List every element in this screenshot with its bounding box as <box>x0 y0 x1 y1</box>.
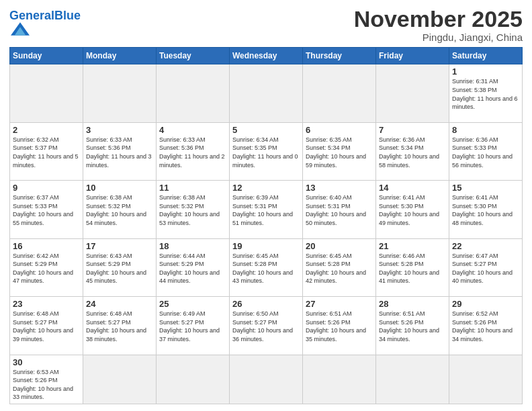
day-number: 7 <box>379 125 446 135</box>
day-info: Sunrise: 6:41 AMSunset: 5:30 PMDaylight:… <box>452 193 519 227</box>
calendar-row: 1Sunrise: 6:31 AMSunset: 5:38 PMDaylight… <box>10 64 523 122</box>
day-number: 21 <box>379 241 446 251</box>
day-info: Sunrise: 6:40 AMSunset: 5:31 PMDaylight:… <box>306 193 373 227</box>
page: GeneralBlue November 2025 Pingdu, Jiangx… <box>0 0 532 411</box>
calendar-cell: 23Sunrise: 6:48 AMSunset: 5:27 PMDayligh… <box>10 297 83 355</box>
calendar-cell: 12Sunrise: 6:39 AMSunset: 5:31 PMDayligh… <box>230 181 303 238</box>
day-info: Sunrise: 6:50 AMSunset: 5:27 PMDaylight:… <box>232 310 300 343</box>
weekday-saturday: Saturday <box>449 48 523 64</box>
calendar-cell: 11Sunrise: 6:38 AMSunset: 5:32 PMDayligh… <box>157 181 230 238</box>
calendar-cell: 21Sunrise: 6:46 AMSunset: 5:28 PMDayligh… <box>376 238 449 296</box>
day-number: 18 <box>159 241 226 251</box>
calendar-cell: 5Sunrise: 6:34 AMSunset: 5:35 PMDaylight… <box>230 122 303 180</box>
day-number: 13 <box>306 183 373 193</box>
day-info: Sunrise: 6:38 AMSunset: 5:32 PMDaylight:… <box>159 193 226 227</box>
calendar-row: 2Sunrise: 6:32 AMSunset: 5:37 PMDaylight… <box>10 122 523 180</box>
calendar-cell <box>83 64 157 122</box>
calendar-cell: 18Sunrise: 6:44 AMSunset: 5:29 PMDayligh… <box>157 238 230 296</box>
day-info: Sunrise: 6:48 AMSunset: 5:27 PMDaylight:… <box>13 310 80 343</box>
day-info: Sunrise: 6:33 AMSunset: 5:36 PMDaylight:… <box>86 136 153 169</box>
day-info: Sunrise: 6:52 AMSunset: 5:26 PMDaylight:… <box>452 310 519 343</box>
calendar-cell <box>157 64 230 122</box>
calendar-row: 23Sunrise: 6:48 AMSunset: 5:27 PMDayligh… <box>10 297 523 355</box>
day-number: 25 <box>159 299 226 309</box>
day-number: 14 <box>379 183 446 193</box>
day-info: Sunrise: 6:46 AMSunset: 5:28 PMDaylight:… <box>379 252 446 285</box>
day-info: Sunrise: 6:51 AMSunset: 5:26 PMDaylight:… <box>379 310 446 343</box>
day-number: 19 <box>232 241 300 251</box>
logo-blue: Blue <box>54 9 81 22</box>
calendar-cell <box>10 64 83 122</box>
day-number: 27 <box>306 299 373 309</box>
logo-text: GeneralBlue <box>9 9 81 21</box>
day-info: Sunrise: 6:31 AMSunset: 5:38 PMDaylight:… <box>452 77 519 111</box>
day-info: Sunrise: 6:37 AMSunset: 5:33 PMDaylight:… <box>13 193 80 227</box>
calendar-cell: 14Sunrise: 6:41 AMSunset: 5:30 PMDayligh… <box>376 181 449 238</box>
day-number: 6 <box>306 125 373 135</box>
calendar-cell: 22Sunrise: 6:47 AMSunset: 5:27 PMDayligh… <box>449 238 523 296</box>
weekday-tuesday: Tuesday <box>157 48 230 64</box>
day-number: 30 <box>13 357 80 367</box>
calendar-cell <box>303 355 376 404</box>
title-section: November 2025 Pingdu, Jiangxi, China <box>354 7 523 43</box>
day-info: Sunrise: 6:35 AMSunset: 5:34 PMDaylight:… <box>306 136 373 169</box>
calendar-cell: 6Sunrise: 6:35 AMSunset: 5:34 PMDaylight… <box>303 122 376 180</box>
day-info: Sunrise: 6:47 AMSunset: 5:27 PMDaylight:… <box>452 252 519 285</box>
calendar-cell: 2Sunrise: 6:32 AMSunset: 5:37 PMDaylight… <box>10 122 83 180</box>
calendar-cell: 27Sunrise: 6:51 AMSunset: 5:26 PMDayligh… <box>303 297 376 355</box>
day-number: 24 <box>86 299 153 309</box>
day-info: Sunrise: 6:48 AMSunset: 5:27 PMDaylight:… <box>86 310 153 343</box>
calendar-cell: 4Sunrise: 6:33 AMSunset: 5:36 PMDaylight… <box>157 122 230 180</box>
month-title: November 2025 <box>354 7 523 32</box>
calendar-cell <box>83 355 157 404</box>
weekday-wednesday: Wednesday <box>230 48 303 64</box>
weekday-thursday: Thursday <box>303 48 376 64</box>
calendar-cell: 17Sunrise: 6:43 AMSunset: 5:29 PMDayligh… <box>83 238 157 296</box>
logo-general: General <box>9 9 54 22</box>
day-number: 17 <box>86 241 153 251</box>
calendar-cell: 24Sunrise: 6:48 AMSunset: 5:27 PMDayligh… <box>83 297 157 355</box>
calendar-cell: 30Sunrise: 6:53 AMSunset: 5:26 PMDayligh… <box>10 355 83 404</box>
calendar-cell: 9Sunrise: 6:37 AMSunset: 5:33 PMDaylight… <box>10 181 83 238</box>
calendar-cell: 16Sunrise: 6:42 AMSunset: 5:29 PMDayligh… <box>10 238 83 296</box>
day-info: Sunrise: 6:42 AMSunset: 5:29 PMDaylight:… <box>13 252 80 285</box>
day-info: Sunrise: 6:32 AMSunset: 5:37 PMDaylight:… <box>13 136 80 169</box>
day-info: Sunrise: 6:53 AMSunset: 5:26 PMDaylight:… <box>13 368 80 402</box>
calendar-cell: 29Sunrise: 6:52 AMSunset: 5:26 PMDayligh… <box>449 297 523 355</box>
calendar-cell <box>376 355 449 404</box>
day-number: 8 <box>452 125 519 135</box>
day-info: Sunrise: 6:33 AMSunset: 5:36 PMDaylight:… <box>159 136 226 169</box>
day-info: Sunrise: 6:45 AMSunset: 5:28 PMDaylight:… <box>232 252 300 285</box>
day-info: Sunrise: 6:45 AMSunset: 5:28 PMDaylight:… <box>306 252 373 285</box>
day-info: Sunrise: 6:36 AMSunset: 5:34 PMDaylight:… <box>379 136 446 169</box>
day-number: 4 <box>159 125 226 135</box>
calendar-cell <box>230 64 303 122</box>
day-number: 11 <box>159 183 226 193</box>
day-number: 10 <box>86 183 153 193</box>
day-number: 22 <box>452 241 519 251</box>
calendar-cell <box>303 64 376 122</box>
header: GeneralBlue November 2025 Pingdu, Jiangx… <box>9 7 523 43</box>
calendar-cell: 19Sunrise: 6:45 AMSunset: 5:28 PMDayligh… <box>230 238 303 296</box>
day-number: 1 <box>452 66 519 77</box>
day-number: 29 <box>452 299 519 309</box>
calendar-cell <box>230 355 303 404</box>
calendar-cell: 28Sunrise: 6:51 AMSunset: 5:26 PMDayligh… <box>376 297 449 355</box>
logo-icon <box>11 21 30 36</box>
weekday-sunday: Sunday <box>10 48 83 64</box>
day-number: 5 <box>232 125 300 135</box>
logo: GeneralBlue <box>9 9 81 39</box>
day-info: Sunrise: 6:49 AMSunset: 5:27 PMDaylight:… <box>159 310 226 343</box>
calendar-cell: 7Sunrise: 6:36 AMSunset: 5:34 PMDaylight… <box>376 122 449 180</box>
calendar-cell <box>157 355 230 404</box>
calendar-table: SundayMondayTuesdayWednesdayThursdayFrid… <box>9 47 523 404</box>
weekday-monday: Monday <box>83 48 157 64</box>
day-info: Sunrise: 6:34 AMSunset: 5:35 PMDaylight:… <box>232 136 300 169</box>
day-number: 26 <box>232 299 300 309</box>
day-info: Sunrise: 6:44 AMSunset: 5:29 PMDaylight:… <box>159 252 226 285</box>
day-info: Sunrise: 6:43 AMSunset: 5:29 PMDaylight:… <box>86 252 153 285</box>
calendar-cell: 25Sunrise: 6:49 AMSunset: 5:27 PMDayligh… <box>157 297 230 355</box>
day-number: 3 <box>86 125 153 135</box>
day-info: Sunrise: 6:51 AMSunset: 5:26 PMDaylight:… <box>306 310 373 343</box>
calendar-cell: 26Sunrise: 6:50 AMSunset: 5:27 PMDayligh… <box>230 297 303 355</box>
